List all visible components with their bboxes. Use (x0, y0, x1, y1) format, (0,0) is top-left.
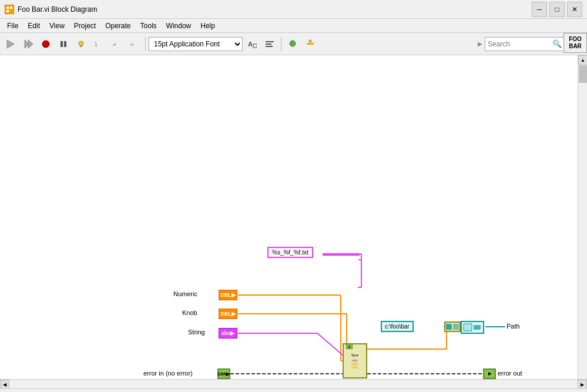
menu-window[interactable]: Window (162, 21, 196, 31)
window-controls: ─ □ ✕ (532, 2, 582, 17)
run-button[interactable] (2, 36, 19, 52)
string-abc-terminal[interactable]: abc▶ (219, 328, 237, 339)
path-input-box[interactable]: c:\foo\bar (381, 321, 414, 332)
menu-edit[interactable]: Edit (23, 21, 45, 31)
svg-rect-11 (80, 46, 82, 47)
svg-text:⤷: ⤷ (130, 42, 135, 48)
svg-rect-17 (266, 41, 274, 42)
svg-text:A: A (248, 41, 253, 48)
font-select[interactable]: 15pt Application Font (149, 37, 243, 51)
svg-marker-4 (7, 40, 14, 48)
svg-rect-43 (446, 324, 452, 330)
format-string-label: %s_%f_%f.txt (272, 249, 308, 256)
tools-icon-button[interactable] (302, 36, 318, 52)
svg-point-7 (42, 41, 49, 48)
error-in-terminal[interactable]: ERR▶ (217, 368, 230, 379)
knob-label: Knob (182, 309, 197, 316)
scroll-left-button[interactable]: ◀ (0, 380, 9, 388)
vertical-scrollbar[interactable]: ▲ ▼ (578, 55, 587, 388)
status-bar (0, 388, 587, 392)
knob-dbl-terminal[interactable]: DBL▶ (219, 309, 237, 319)
numeric-label: Numeric (173, 290, 197, 297)
string-label: String (188, 329, 205, 336)
search-arrow-icon: ▶ (478, 41, 482, 47)
foobar-panel: FOO BAR (563, 33, 587, 53)
menu-help[interactable]: Help (196, 21, 220, 31)
separator-1 (145, 37, 146, 51)
svg-point-10 (79, 41, 83, 46)
path-output-label: Path (507, 323, 520, 330)
color-button[interactable] (284, 36, 301, 52)
svg-rect-46 (474, 325, 481, 330)
step-over-button[interactable]: ⤵ (90, 36, 107, 52)
svg-rect-21 (307, 43, 314, 45)
search-icon[interactable]: 🔍 (552, 39, 562, 48)
search-box[interactable]: 🔍 (485, 37, 567, 51)
step-out-button[interactable]: ⤷ (126, 36, 142, 52)
menu-operate[interactable]: Operate (100, 21, 135, 31)
svg-rect-45 (464, 324, 472, 331)
text-size-button[interactable]: A (244, 36, 260, 52)
pause-button[interactable] (55, 36, 72, 52)
minimize-button[interactable]: ─ (532, 2, 547, 17)
menu-project[interactable]: Project (69, 21, 100, 31)
scroll-up-button[interactable]: ▲ (578, 55, 587, 65)
search-input[interactable] (488, 40, 552, 48)
horizontal-scrollbar[interactable]: ◀ ▶ (0, 379, 587, 388)
error-out-label: error out (498, 370, 522, 377)
svg-marker-6 (28, 40, 33, 48)
svg-rect-8 (61, 41, 63, 47)
error-in-label: error in (no error) (143, 370, 193, 377)
svg-rect-1 (6, 6, 9, 9)
svg-rect-19 (266, 46, 273, 47)
svg-rect-2 (10, 6, 12, 9)
string-abc-text: abc (222, 330, 231, 336)
block-diagram-canvas[interactable]: %s_%f_%f.txt Numeric DBL▶ Knob DBL▶ Stri… (0, 55, 587, 388)
abort-button[interactable] (38, 36, 54, 52)
numeric-dbl-text: DBL (220, 292, 232, 298)
knob-dbl-text: DBL (220, 311, 232, 317)
title-bar: Foo Bar.vi Block Diagram ─ □ ✕ (0, 0, 587, 19)
separator-2 (281, 37, 281, 51)
menu-file[interactable]: File (2, 21, 23, 31)
format-file-node[interactable]: %⇒ abc DBL DBL ⊕ (343, 343, 367, 378)
step-into-button[interactable]: ⤶ (108, 36, 125, 52)
path-connector-node[interactable] (444, 321, 461, 332)
window-title: Foo Bar.vi Block Diagram (18, 5, 532, 14)
scroll-track-v[interactable] (578, 65, 587, 379)
svg-rect-44 (453, 324, 459, 330)
format-string-box[interactable]: %s_%f_%f.txt (267, 247, 313, 258)
menu-view[interactable]: View (45, 21, 69, 31)
close-button[interactable]: ✕ (567, 2, 582, 17)
numeric-dbl-terminal[interactable]: DBL▶ (219, 290, 237, 300)
maximize-button[interactable]: □ (549, 2, 565, 17)
svg-point-22 (309, 40, 311, 42)
foobar-line1: FOO (565, 36, 585, 43)
wire-layer (0, 55, 587, 388)
scroll-thumb-v[interactable] (579, 65, 587, 83)
app-icon (5, 5, 14, 14)
path-value: c:\foo\bar (385, 323, 410, 330)
svg-text:⤶: ⤶ (112, 42, 117, 48)
highlight-button[interactable] (73, 36, 89, 52)
scroll-track-h[interactable] (9, 380, 578, 388)
foobar-line2: BAR (565, 43, 585, 50)
write-file-node[interactable] (461, 321, 484, 334)
text-align-button[interactable] (261, 36, 278, 52)
svg-text:⤵: ⤵ (95, 42, 98, 48)
menu-tools[interactable]: Tools (136, 21, 162, 31)
error-in-icon: ERR (218, 372, 227, 376)
svg-rect-18 (266, 43, 271, 45)
run-continuously-button[interactable] (20, 36, 36, 52)
toolbar: ⤵ ⤶ ⤷ 15pt Application Font A (0, 33, 587, 55)
scroll-right-button[interactable]: ▶ (578, 380, 587, 388)
error-out-terminal[interactable]: ▶ (483, 368, 496, 379)
menu-bar: File Edit View Project Operate Tools Win… (0, 19, 587, 33)
svg-rect-16 (253, 44, 257, 48)
svg-rect-9 (64, 41, 66, 47)
svg-rect-3 (6, 10, 9, 12)
